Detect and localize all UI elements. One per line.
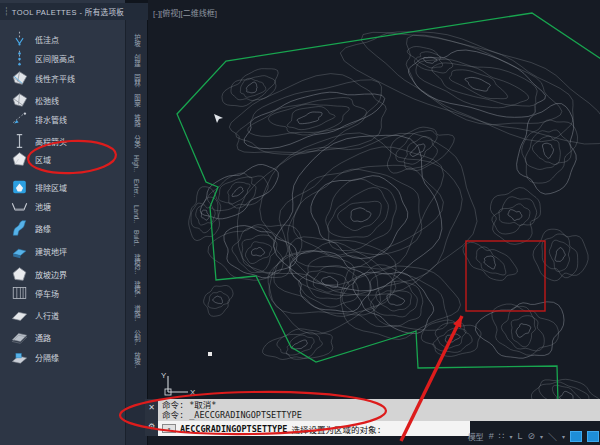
palette-item-label: 排除区域 — [35, 182, 67, 193]
palette-item-14[interactable]: 人行道 — [8, 305, 59, 325]
command-history-line-1: 命令: *取消* — [162, 400, 596, 410]
status-bar: 模型 # ∷ ▾ L ⊘ ▾ ＼ ▾ — [468, 428, 600, 444]
palette-item-label: 路缘 — [35, 223, 51, 234]
palette-item-1[interactable]: 低洼点 — [8, 29, 59, 49]
palette-tab-strip: 护坡创建园林图案铁路分类High..Exter..Land..Buld..建模2… — [125, 20, 148, 445]
curb-icon — [8, 218, 30, 238]
pond-icon — [8, 196, 30, 216]
palette-item-label: 放坡边界 — [35, 269, 67, 280]
elevation-icon — [8, 131, 30, 151]
palette-tab-13[interactable]: 道路.. — [132, 305, 142, 322]
palette-item-label: 人行道 — [35, 310, 59, 321]
active-command-name: AECCGRADINGOPTSETTYPE — [180, 424, 287, 434]
viewport-controls[interactable]: [-][俯视][二维线框] — [153, 7, 217, 18]
interval-high-point-icon — [8, 48, 30, 68]
palette-item-8[interactable]: 排除区域 — [8, 177, 67, 197]
isodraft-toggle-icon[interactable]: ＼ — [548, 430, 557, 443]
grading-boundary-icon — [8, 264, 30, 284]
palette-tab-6[interactable]: 分类 — [132, 135, 142, 148]
palette-item-5[interactable]: 排水管线 — [8, 109, 67, 129]
palette-tab-14[interactable]: 公制.. — [132, 329, 142, 346]
commandline-history: 命令: *取消*命令: _AECCGRADINGOPTSETTYPE — [158, 399, 600, 421]
palette-item-label: 线性齐平线 — [35, 73, 75, 84]
palette-item-15[interactable]: 通路 — [8, 327, 51, 347]
polar-dropdown-chevron-icon[interactable]: ▾ — [540, 433, 543, 440]
sidewalk-icon — [8, 305, 30, 325]
palette-tab-10[interactable]: Buld.. — [133, 230, 140, 247]
palette-item-label: 通路 — [35, 332, 51, 343]
palette-item-label: 区间限高点 — [35, 53, 75, 64]
median-icon — [8, 347, 30, 367]
palette-item-label: 区域 — [35, 154, 51, 165]
palette-item-2[interactable]: 区间限高点 — [8, 48, 75, 68]
palette-item-label: 池塘 — [35, 201, 51, 212]
palette-title: TOOL PALETTES - 所有选项板 — [12, 6, 124, 17]
palette-tab-4[interactable]: 图案 — [132, 94, 142, 107]
palette-title-bar[interactable]: ┆ TOOL PALETTES - 所有选项板 — [0, 3, 148, 20]
palette-item-label: 建筑地坪 — [35, 246, 67, 257]
workspace-blue-button[interactable] — [587, 431, 599, 442]
palette-item-10[interactable]: 路缘 — [8, 218, 51, 238]
isodraft-dropdown-chevron-icon[interactable]: ▾ — [562, 433, 565, 440]
palette-tab-8[interactable]: Exter.. — [133, 179, 140, 197]
palette-item-16[interactable]: 分隔缘 — [8, 347, 59, 367]
area-icon — [8, 149, 30, 169]
palette-tab-12[interactable]: 建模.. — [132, 281, 142, 298]
palette-item-9[interactable]: 池塘 — [8, 196, 51, 216]
building-pad-icon — [8, 241, 30, 261]
palette-grip-icon[interactable]: ┆ — [4, 7, 8, 16]
palette-item-label: 高程箭头 — [35, 136, 67, 147]
polar-tracking-icon[interactable]: ⊘ — [527, 431, 535, 441]
snap-dropdown-chevron-icon[interactable]: ▾ — [509, 433, 512, 440]
palette-item-7[interactable]: 区域 — [8, 149, 51, 169]
palette-tab-11[interactable]: 建模2.. — [132, 254, 142, 274]
road-icon — [8, 327, 30, 347]
commandline-close-icon[interactable]: ✕ — [148, 404, 155, 412]
palette-tab-3[interactable]: 园林 — [132, 74, 142, 87]
model-space-button[interactable]: 模型 — [468, 431, 484, 442]
svg-text:Y: Y — [161, 371, 167, 380]
parking-icon — [8, 283, 30, 303]
drainage-line-icon — [8, 109, 30, 129]
tool-palette-panel: ┆ TOOL PALETTES - 所有选项板 低洼点区间限高点线性齐平线松弛线… — [0, 0, 125, 445]
grid-toggle-icon[interactable]: # — [489, 431, 494, 441]
palette-item-label: 低洼点 — [35, 34, 59, 45]
commandline-side-buttons: ✕ ⚙ — [145, 399, 158, 436]
command-history-line-2: 命令: _AECCGRADINGOPTSETTYPE — [162, 410, 596, 420]
palette-item-3[interactable]: 线性齐平线 — [8, 68, 75, 88]
palette-item-13[interactable]: 停车场 — [8, 283, 59, 303]
snap-toggle-icon[interactable]: ∷ — [499, 431, 505, 441]
palette-tab-9[interactable]: Land.. — [133, 205, 140, 223]
palette-item-4[interactable]: 松弛线 — [8, 90, 59, 110]
palette-item-11[interactable]: 建筑地坪 — [8, 241, 67, 261]
palette-item-label: 分隔缘 — [35, 352, 59, 363]
linear-flush-line-icon — [8, 68, 30, 88]
low-point-icon — [8, 29, 30, 49]
annotation-scale-blue-button[interactable] — [570, 431, 582, 442]
palette-item-label: 松弛线 — [35, 95, 59, 106]
palette-tab-5[interactable]: 铁路 — [132, 114, 142, 127]
palette-item-12[interactable]: 放坡边界 — [8, 264, 67, 284]
slack-line-icon — [8, 90, 30, 110]
ortho-toggle-icon[interactable]: L — [517, 431, 522, 441]
svg-text:X: X — [190, 388, 196, 397]
palette-item-label: 排水管线 — [35, 114, 67, 125]
commandline-customize-icon[interactable]: ⚙ — [148, 423, 155, 431]
palette-tab-15[interactable]: 放坡.. — [132, 352, 142, 369]
palette-tab-2[interactable]: 创建 — [132, 54, 142, 67]
palette-tab-1[interactable]: 护坡 — [132, 34, 142, 47]
palette-tab-7[interactable]: High.. — [133, 155, 140, 172]
exclude-area-icon — [8, 177, 30, 197]
application-window: ┆ TOOL PALETTES - 所有选项板 低洼点区间限高点线性齐平线松弛线… — [0, 0, 600, 445]
contour-drawing: YX — [148, 0, 600, 445]
commandline-input[interactable]: ▾ AECCGRADINGOPTSETTYPE 选择设置为区域的对象: — [158, 421, 470, 436]
active-command-prompt: 选择设置为区域的对象: — [291, 423, 381, 435]
recent-commands-icon[interactable]: ▾ — [162, 424, 176, 433]
palette-item-6[interactable]: 高程箭头 — [8, 131, 67, 151]
palette-item-label: 停车场 — [35, 288, 59, 299]
